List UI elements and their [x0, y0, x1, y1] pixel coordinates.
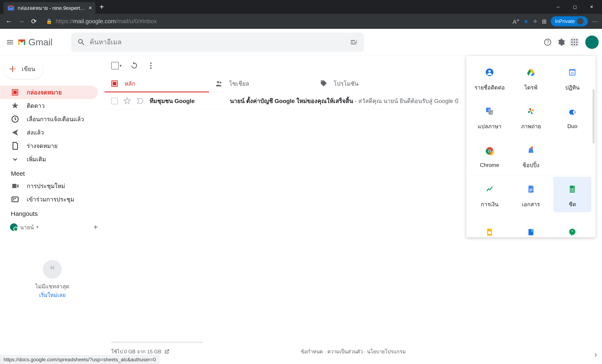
svg-point-22 — [220, 82, 221, 83]
app-docs[interactable]: เอกสาร — [512, 177, 550, 212]
search-input[interactable] — [90, 38, 345, 46]
svg-point-17 — [150, 63, 152, 64]
tab-icon — [319, 79, 328, 88]
app-label: Chrome — [480, 162, 499, 168]
minimize-button[interactable]: ─ — [554, 3, 562, 11]
side-panel-toggle[interactable]: › — [594, 350, 597, 359]
search-bar[interactable] — [71, 32, 364, 52]
app-contacts[interactable]: รายชื่อติดต่อ — [471, 60, 509, 96]
svg-text:31: 31 — [571, 71, 574, 74]
svg-point-5 — [571, 41, 573, 43]
app-shopping[interactable]: Gช็อปปิ้ง — [512, 138, 550, 173]
lock-icon[interactable]: 🔒 — [46, 18, 52, 24]
sidebar-item-3[interactable]: ส่งแล้ว — [0, 126, 98, 139]
hangouts-add-button[interactable]: + — [93, 223, 98, 232]
url-text: https://mail.google.com/mail/u/0/#inbox — [56, 18, 157, 25]
meet-label: การประชุมใหม่ — [27, 181, 65, 191]
sidebar-item-1[interactable]: ติดดาว — [0, 99, 98, 112]
browser-menu-icon[interactable]: ⋯ — [592, 18, 598, 25]
account-avatar[interactable] — [585, 35, 599, 49]
tab-label: โซเชียล — [229, 79, 249, 88]
meet-item-1[interactable]: เข้าร่วมการประชุม — [0, 193, 98, 206]
sidebar-icon — [11, 88, 19, 96]
app-finance[interactable]: การเงิน — [471, 177, 509, 212]
svg-point-19 — [150, 67, 152, 69]
star-icon[interactable] — [123, 97, 131, 105]
apps-popup: รายชื่อติดต่อไดรฟ์31ปฏิทิน文Aแปลภาษาภาพถ่… — [466, 56, 596, 237]
app-duo[interactable]: Duo — [553, 99, 591, 134]
sidebar-label: ส่งแล้ว — [27, 128, 44, 137]
forward-button[interactable]: → — [17, 18, 26, 25]
collections-icon[interactable]: ⊞ — [542, 18, 547, 25]
privacy-link[interactable]: ความเป็นส่วนตัว — [327, 349, 363, 354]
gmail-header: Gmail ? — [0, 29, 602, 56]
app-hangouts[interactable]: ❞ — [553, 216, 591, 237]
tab-0[interactable]: หลัก — [105, 76, 209, 92]
svg-rect-43 — [529, 190, 533, 190]
start-new-chat-link[interactable]: เริ่มใหม่เลย — [0, 291, 105, 299]
browser-tab[interactable]: กล่องจดหมาย - nine.9expert@gm... × — [3, 2, 95, 14]
gmail-logo[interactable]: Gmail — [18, 37, 53, 47]
refresh-button[interactable]: ⟳ — [29, 17, 38, 25]
app-drive[interactable]: ไดรฟ์ — [512, 60, 550, 96]
apps-scrollbar[interactable] — [593, 58, 595, 235]
meet-item-0[interactable]: การประชุมใหม่ — [0, 179, 98, 193]
settings-button[interactable] — [556, 37, 566, 47]
inprivate-badge[interactable]: InPrivate — [551, 16, 588, 26]
app-chrome[interactable]: Chrome — [471, 138, 509, 173]
app-calendar[interactable]: 31ปฏิทิน — [553, 60, 591, 96]
tab-close-icon[interactable]: × — [89, 5, 92, 11]
sidebar-item-4[interactable]: ร่างจดหมาย — [0, 139, 98, 152]
tab-label: โปรโมชัน — [333, 79, 358, 88]
app-slides[interactable] — [471, 216, 509, 237]
url-bar[interactable]: 🔒 https://mail.google.com/mail/u/0/#inbo… — [46, 18, 509, 25]
tab-2[interactable]: โปรโมชัน — [313, 76, 418, 92]
favorite-icon[interactable]: ★ — [523, 18, 529, 25]
sidebar-item-5[interactable]: เพิ่มเติม — [0, 152, 98, 166]
app-books[interactable] — [512, 216, 550, 237]
app-photos[interactable]: ภาพถ่าย — [512, 99, 550, 134]
refresh-button[interactable] — [130, 61, 138, 70]
important-icon[interactable] — [136, 97, 145, 105]
svg-rect-20 — [113, 82, 117, 86]
sidebar-item-0[interactable]: กล่องจดหมาย — [0, 86, 98, 99]
tab-label: หลัก — [125, 79, 135, 88]
svg-rect-16 — [13, 199, 14, 200]
books-icon — [523, 224, 539, 237]
svg-text:A: A — [491, 111, 493, 114]
search-icon — [77, 38, 86, 46]
svg-point-18 — [150, 65, 152, 66]
more-button[interactable] — [147, 61, 155, 70]
hangouts-user-row[interactable]: นายน์ ▾ + — [0, 219, 105, 235]
close-button[interactable]: ✕ — [587, 3, 596, 11]
favorites-bar-icon[interactable]: ✧ — [533, 18, 538, 25]
sidebar-item-2[interactable]: เลื่อนการแจ้งเตือนแล้ว — [0, 112, 98, 126]
apps-button[interactable] — [570, 37, 580, 47]
chrome-icon — [481, 143, 498, 160]
new-tab-button[interactable]: + — [99, 2, 104, 11]
compose-button[interactable]: เขียน — [3, 59, 43, 79]
app-label: ช็อปปิ้ง — [523, 161, 539, 170]
app-translate[interactable]: 文Aแปลภาษา — [471, 99, 509, 134]
terms-link[interactable]: ข้อกำหนด — [301, 349, 323, 354]
search-options-icon[interactable] — [350, 38, 358, 46]
select-all-checkbox[interactable]: ▾ — [111, 62, 122, 69]
policies-link[interactable]: นโยบายโปรแกรม — [367, 349, 406, 354]
support-button[interactable]: ? — [543, 37, 553, 47]
svg-point-37 — [488, 150, 491, 152]
main-menu-button[interactable] — [5, 37, 15, 47]
sidebar-icon — [11, 142, 19, 150]
maximize-button[interactable]: ▢ — [571, 3, 579, 11]
open-external-icon[interactable] — [164, 349, 170, 355]
mail-checkbox[interactable] — [111, 97, 118, 104]
read-aloud-icon[interactable]: A» — [513, 17, 519, 25]
gmail-logo-icon — [18, 38, 26, 46]
gmail-logo-text: Gmail — [28, 37, 53, 47]
app-sheets[interactable]: ชีต — [553, 177, 591, 212]
back-button[interactable]: ← — [4, 18, 13, 25]
tab-1[interactable]: โซเชียล — [209, 76, 313, 92]
svg-point-9 — [574, 44, 575, 45]
apps-divider — [471, 175, 591, 175]
chevron-down-icon[interactable]: ▾ — [119, 63, 122, 68]
contacts-icon — [481, 64, 498, 81]
